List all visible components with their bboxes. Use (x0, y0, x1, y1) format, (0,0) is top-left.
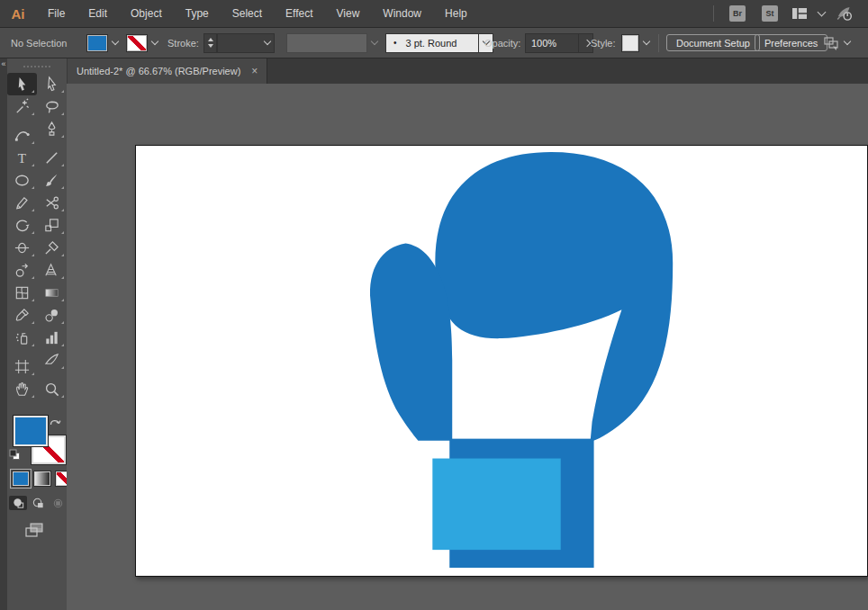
line-segment-tool[interactable] (37, 147, 67, 169)
workspace-layout-icon[interactable] (791, 6, 808, 21)
stroke-weight-chevron-icon[interactable] (260, 34, 274, 52)
brush-definition-value: 3 pt. Round (406, 38, 457, 49)
document-setup-button[interactable]: Document Setup (666, 34, 760, 51)
menu-edit[interactable]: Edit (77, 0, 119, 27)
curvature-tool[interactable] (7, 124, 37, 147)
gradient-tool[interactable] (37, 282, 67, 304)
brush-definition-select[interactable]: • 3 pt. Round (385, 33, 479, 53)
perspective-grid-tool[interactable] (37, 259, 67, 282)
dock-edge-strip: « (0, 58, 7, 610)
menu-help[interactable]: Help (433, 0, 479, 27)
selection-tool[interactable] (7, 73, 37, 95)
stroke-color-swatch[interactable] (126, 28, 161, 58)
glove-fist[interactable] (435, 152, 673, 442)
panel-grip[interactable] (23, 66, 50, 67)
tab-bar: Untitled-2* @ 66.67% (RGB/Preview) × (67, 58, 868, 84)
menu-effect[interactable]: Effect (274, 0, 324, 27)
ellipse-tool[interactable] (7, 169, 37, 192)
stepper-down-icon[interactable] (208, 44, 213, 48)
width-profile-select[interactable] (286, 33, 367, 53)
rotate-tool[interactable] (7, 214, 37, 237)
menu-window[interactable]: Window (371, 0, 433, 27)
mesh-tool[interactable] (7, 282, 37, 304)
style-swatch[interactable] (621, 28, 653, 58)
width-profile-chevron-icon[interactable] (367, 34, 381, 52)
style-well[interactable] (621, 34, 639, 52)
slice-tool[interactable] (37, 349, 67, 372)
brush-dot-icon: • (393, 38, 397, 48)
gradient-mode-button[interactable] (33, 471, 51, 487)
scale-tool[interactable] (37, 214, 67, 237)
opacity-field[interactable]: 100% (525, 33, 579, 53)
draw-normal-button[interactable] (9, 496, 27, 510)
type-tool[interactable]: T (7, 147, 37, 169)
style-label: Style: (591, 38, 616, 49)
stroke-color-chevron-icon[interactable] (148, 34, 161, 52)
artwork-boxing-glove (136, 146, 867, 576)
menu-object[interactable]: Object (119, 0, 174, 27)
pencil-tool[interactable] (7, 192, 37, 214)
artboard[interactable] (135, 145, 868, 577)
scissors-tool[interactable] (37, 192, 67, 214)
default-fill-stroke-icon[interactable] (9, 448, 21, 464)
opacity-value: 100% (531, 38, 556, 49)
glove-cuff-band[interactable] (432, 459, 560, 551)
magic-wand-tool[interactable] (7, 95, 37, 118)
eyedropper-tool[interactable] (7, 304, 37, 327)
opacity-label[interactable]: Opacity: (484, 38, 520, 49)
shape-builder-tool[interactable] (7, 259, 37, 282)
bridge-button[interactable]: Br (729, 5, 746, 22)
panels-chevron-icon[interactable] (845, 28, 850, 58)
stroke-none-well[interactable] (126, 34, 148, 52)
control-bar: No Selection Stroke: • 3 pt. Round Opaci… (0, 28, 868, 58)
svg-text:T: T (18, 150, 27, 166)
lasso-tool[interactable] (37, 95, 67, 118)
symbol-sprayer-tool[interactable] (7, 327, 37, 349)
hand-tool[interactable] (7, 378, 37, 400)
draw-inside-button[interactable] (49, 496, 67, 510)
direct-selection-tool[interactable] (37, 73, 67, 95)
stroke-weight-select[interactable] (217, 33, 275, 53)
color-mode-button[interactable] (12, 471, 30, 487)
document-tab[interactable]: Untitled-2* @ 66.67% (RGB/Preview) × (68, 58, 267, 84)
blend-tool[interactable] (37, 304, 67, 327)
puppet-warp-tool[interactable] (37, 237, 67, 259)
canvas-area[interactable] (67, 84, 868, 610)
tool-grid: T (7, 73, 67, 400)
stepper-up-icon[interactable] (208, 38, 213, 41)
selection-status: No Selection (11, 38, 67, 49)
controlbar-divider (658, 34, 659, 52)
preferences-button[interactable]: Preferences (755, 34, 827, 51)
menubar: Ai FileEditObjectTypeSelectEffectViewWin… (0, 0, 868, 28)
fill-color-swatch[interactable] (86, 28, 122, 58)
draw-behind-button[interactable] (29, 496, 47, 510)
swap-fill-stroke-icon[interactable] (49, 414, 61, 430)
style-chevron-icon[interactable] (639, 34, 653, 52)
menu-type[interactable]: Type (174, 0, 221, 27)
main-menu: FileEditObjectTypeSelectEffectViewWindow… (36, 0, 479, 27)
stroke-label: Stroke: (167, 38, 199, 49)
illustrator-logo: Ai (0, 6, 36, 22)
stock-button[interactable]: St (762, 5, 778, 22)
menu-select[interactable]: Select (221, 0, 274, 27)
fill-proxy-swatch[interactable] (13, 415, 49, 447)
paintbrush-tool[interactable] (37, 169, 67, 192)
zoom-tool[interactable] (37, 378, 67, 400)
fill-color-well[interactable] (86, 34, 108, 52)
menu-file[interactable]: File (36, 0, 77, 27)
gpu-performance-icon[interactable] (836, 5, 854, 22)
column-graph-tool[interactable] (37, 327, 67, 349)
stroke-weight-stepper[interactable] (203, 33, 217, 53)
tools-panel: T (7, 58, 68, 610)
menu-view[interactable]: View (325, 0, 372, 27)
menubar-divider (713, 5, 714, 22)
width-tool[interactable] (7, 237, 37, 259)
artboard-tool[interactable] (7, 355, 37, 378)
screen-mode-icon[interactable] (23, 521, 45, 543)
fill-color-chevron-icon[interactable] (108, 34, 122, 52)
pen-tool[interactable] (37, 118, 67, 140)
collapse-panel-icon[interactable]: « (1, 59, 5, 68)
arrange-panels-icon[interactable] (823, 28, 839, 58)
tab-close-icon[interactable]: × (251, 66, 258, 76)
workspace-chevron-icon[interactable] (818, 12, 825, 15)
